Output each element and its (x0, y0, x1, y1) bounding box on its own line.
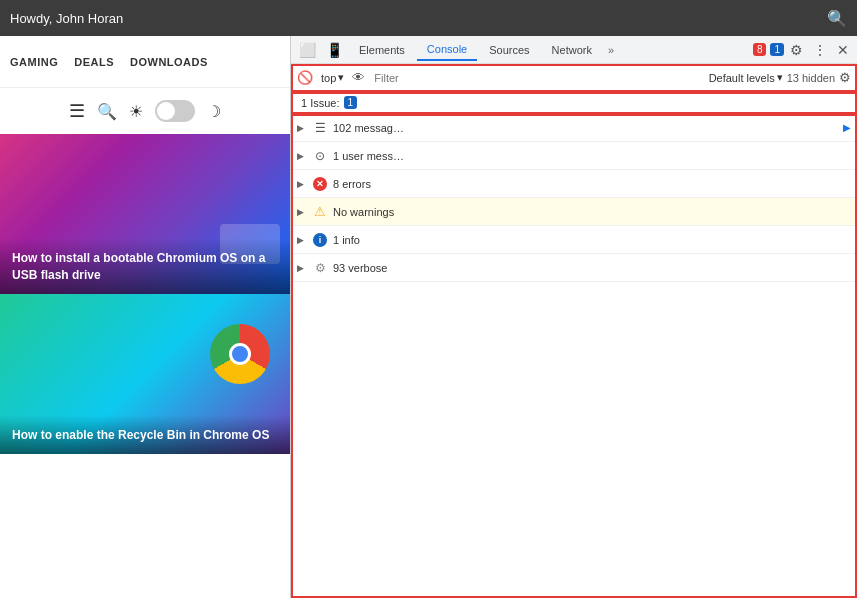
row-expand-warnings[interactable]: ▶ (297, 207, 307, 217)
messages-arrow: ▶ (843, 122, 851, 133)
more-tabs-button[interactable]: » (604, 40, 618, 60)
console-top-label: top (321, 72, 336, 84)
dark-mode-toggle[interactable] (155, 100, 195, 122)
article-card-2[interactable]: How to enable the Recycle Bin in Chrome … (0, 294, 290, 454)
warning-count-badge[interactable]: 1 (770, 43, 784, 56)
console-levels-arrow: ▾ (777, 71, 783, 84)
nav-deals[interactable]: DEALS (74, 56, 114, 68)
devtools-close-icon[interactable]: ✕ (833, 40, 853, 60)
main-container: GAMING DEALS DOWNLOADS ☰ 🔍 ☀ ☽ How to in… (0, 36, 857, 598)
console-hidden-count: 13 hidden (787, 72, 835, 84)
error-icon: ✕ (313, 177, 327, 191)
messages-icon: ☰ (313, 121, 327, 135)
console-row-messages[interactable]: ▶ ☰ 102 messag… ▶ (291, 114, 857, 142)
devtools-dock-icon[interactable]: ⬜ (295, 40, 320, 60)
tab-console[interactable]: Console (417, 39, 477, 61)
article-card-1[interactable]: How to install a bootable Chromium OS on… (0, 134, 290, 294)
sun-icon[interactable]: ☀ (129, 102, 143, 121)
console-top-dropdown-icon: ▾ (338, 71, 344, 84)
nav-gaming[interactable]: GAMING (10, 56, 58, 68)
hamburger-icon[interactable]: ☰ (69, 100, 85, 122)
search-icon[interactable]: 🔍 (97, 102, 117, 121)
devtools-more-icon[interactable]: ⋮ (809, 40, 831, 60)
console-gear-icon[interactable]: ⚙ (839, 70, 851, 85)
console-filter-input[interactable] (369, 69, 704, 87)
user-icon: ⊙ (313, 149, 327, 163)
console-levels-button[interactable]: Default levels ▾ (709, 71, 783, 84)
console-levels-label: Default levels (709, 72, 775, 84)
info-text: 1 info (333, 234, 851, 246)
row-expand-verbose[interactable]: ▶ (297, 263, 307, 273)
row-expand-user[interactable]: ▶ (297, 151, 307, 161)
tab-network[interactable]: Network (542, 40, 602, 60)
console-row-errors[interactable]: ▶ ✕ 8 errors (291, 170, 857, 198)
devtools-device-icon[interactable]: 📱 (322, 40, 347, 60)
user-text: 1 user mess… (333, 150, 851, 162)
console-row-info[interactable]: ▶ i 1 info (291, 226, 857, 254)
console-messages-list: ▶ ☰ 102 messag… ▶ ▶ ⊙ 1 user mess… ▶ ✕ 8… (291, 114, 857, 598)
chrome-inner-circle (229, 343, 251, 365)
devtools-toolbar: ⬜ 📱 Elements Console Sources Network » 8… (291, 36, 857, 64)
messages-text: 102 messag… (333, 122, 837, 134)
devtools-panel: ⬜ 📱 Elements Console Sources Network » 8… (290, 36, 857, 598)
issues-bar: 1 Issue: 1 (291, 92, 857, 114)
site-controls: ☰ 🔍 ☀ ☽ (0, 88, 290, 134)
console-top-button[interactable]: top ▾ (317, 69, 348, 86)
error-count-badge[interactable]: 8 (753, 43, 767, 56)
browser-search-icon[interactable]: 🔍 (827, 9, 847, 28)
verbose-text: 93 verbose (333, 262, 851, 274)
warning-icon: ⚠ (313, 205, 327, 219)
console-toolbar: 🚫 top ▾ 👁 Default levels ▾ 13 hidden ⚙ (291, 64, 857, 92)
browser-icons: 🔍 (827, 9, 847, 28)
console-row-user[interactable]: ▶ ⊙ 1 user mess… (291, 142, 857, 170)
errors-text: 8 errors (333, 178, 851, 190)
row-expand-errors[interactable]: ▶ (297, 179, 307, 189)
row-expand-info[interactable]: ▶ (297, 235, 307, 245)
browser-greeting: Howdy, John Horan (10, 11, 827, 26)
nav-downloads[interactable]: DOWNLOADS (130, 56, 208, 68)
website-panel: GAMING DEALS DOWNLOADS ☰ 🔍 ☀ ☽ How to in… (0, 36, 290, 598)
verbose-icon: ⚙ (313, 261, 327, 275)
article-card-overlay-2: How to enable the Recycle Bin in Chrome … (0, 415, 290, 454)
chrome-logo (210, 324, 270, 384)
console-row-verbose[interactable]: ▶ ⚙ 93 verbose (291, 254, 857, 282)
browser-bar: Howdy, John Horan 🔍 (0, 0, 857, 36)
console-ban-icon[interactable]: 🚫 (297, 70, 313, 85)
tab-sources[interactable]: Sources (479, 40, 539, 60)
moon-icon[interactable]: ☽ (207, 102, 221, 121)
devtools-settings-icon[interactable]: ⚙ (786, 40, 807, 60)
warnings-text: No warnings (333, 206, 851, 218)
chrome-outer-ring (210, 324, 270, 384)
article-title-2: How to enable the Recycle Bin in Chrome … (12, 427, 278, 444)
console-row-warnings[interactable]: ▶ ⚠ No warnings (291, 198, 857, 226)
console-eye-icon[interactable]: 👁 (352, 70, 365, 85)
article-card-overlay-1: How to install a bootable Chromium OS on… (0, 238, 290, 294)
info-icon: i (313, 233, 327, 247)
issues-badge[interactable]: 1 (344, 96, 358, 109)
article-title-1: How to install a bootable Chromium OS on… (12, 250, 278, 284)
site-nav: GAMING DEALS DOWNLOADS (0, 36, 290, 88)
tab-elements[interactable]: Elements (349, 40, 415, 60)
issues-label: 1 Issue: (301, 97, 340, 109)
row-expand-messages[interactable]: ▶ (297, 123, 307, 133)
